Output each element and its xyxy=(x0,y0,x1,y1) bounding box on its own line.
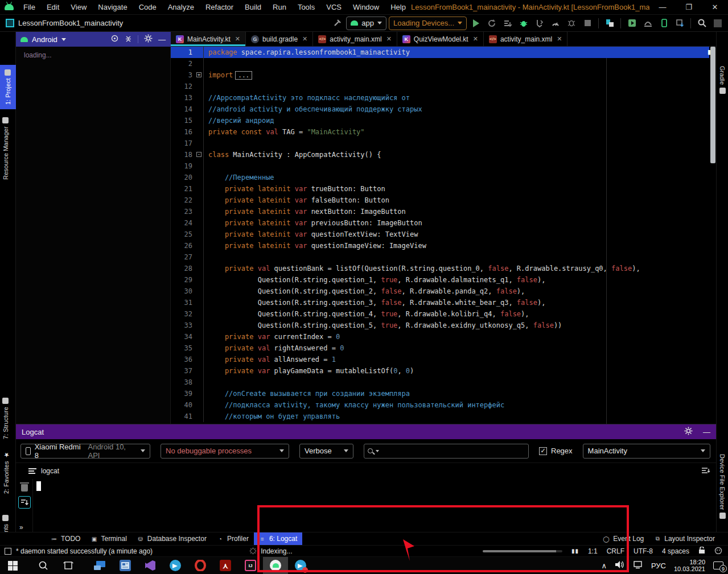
code-line-29[interactable]: 29 Question(R.string.question_1, true, R… xyxy=(171,274,709,286)
expand-fold-icon[interactable]: + xyxy=(196,72,201,77)
editor-scrollbar[interactable]: ▮▮ xyxy=(709,47,716,424)
rail-item-2-favorites[interactable]: 2: Favorites★ xyxy=(2,447,10,494)
visual-studio-icon[interactable] xyxy=(138,557,163,574)
rail-item-7-structure[interactable]: 7: Structure xyxy=(2,396,9,439)
pause-indexing-icon[interactable]: ▮▮ xyxy=(571,548,579,554)
tab-close-icon[interactable]: ✕ xyxy=(386,35,392,43)
menu-item-run[interactable]: Run xyxy=(268,1,291,13)
taskbar-clock[interactable]: 18:20 10.03.2021 xyxy=(674,559,705,572)
avd-manager-icon[interactable] xyxy=(641,17,655,30)
logcat-header[interactable]: Logcat — xyxy=(16,424,716,439)
code-line-1[interactable]: 1package space.rapira.lessonfrombook1_ma… xyxy=(171,47,709,58)
collapse-all-icon[interactable] xyxy=(125,35,132,44)
code-line-12[interactable]: 12 xyxy=(171,81,709,92)
code-line-34[interactable]: 34 private var currentIndex = 0 xyxy=(171,331,709,342)
editor-tab-build.gradle[interactable]: Gbuild.gradle✕ xyxy=(246,32,313,46)
close-button[interactable]: ✕ xyxy=(702,0,728,14)
rail-item-device-file-explorer[interactable]: Device File Explorer xyxy=(719,454,726,529)
lock-icon[interactable] xyxy=(698,547,705,556)
project-tree-panel[interactable]: loading... xyxy=(16,47,171,424)
logcat-tab-label[interactable]: logcat xyxy=(41,467,59,475)
editor-tab-QuizViewModel.kt[interactable]: KQuizViewModel.kt✕ xyxy=(397,32,484,46)
logcat-device-select[interactable]: Xiaomi Redmi 8 Android 10, API xyxy=(20,444,150,459)
menu-item-window[interactable]: Window xyxy=(348,1,384,13)
telegram-icon-2[interactable] xyxy=(288,557,313,574)
code-editor[interactable]: 1package space.rapira.lessonfrombook1_ma… xyxy=(171,47,709,424)
toolwindow-button-event-log[interactable]: ◯Event Log xyxy=(598,532,649,546)
toolwindow-button-database-inspector[interactable]: ⛁Database Inspector xyxy=(132,532,212,546)
code-line-30[interactable]: 30 Question(R.string.question_2, false, … xyxy=(171,286,709,297)
maximize-button[interactable]: ❐ xyxy=(676,0,702,14)
indent-setting[interactable]: 4 spaces xyxy=(662,547,689,555)
acrobat-icon[interactable]: ⋏ xyxy=(213,557,238,574)
device-select[interactable]: Loading Devices... xyxy=(389,16,467,30)
gradle-daemon-icon[interactable] xyxy=(714,547,722,556)
office-app-icon[interactable] xyxy=(113,557,138,574)
logcat-settings-gear-icon[interactable] xyxy=(684,427,693,437)
editor-tab-MainActivity.kt[interactable]: KMainActivity.kt✕ xyxy=(171,32,246,46)
tab-close-icon[interactable]: ✕ xyxy=(473,35,478,43)
tray-expand-icon[interactable]: ∧ xyxy=(601,561,607,570)
apply-code-changes-icon[interactable] xyxy=(533,17,546,30)
code-line-40[interactable]: 40 //подкласса avtivity, такому классу н… xyxy=(171,399,709,411)
code-line-23[interactable]: 23 private lateinit var nextButton: Imag… xyxy=(171,206,709,217)
toolwindow-button-6-logcat[interactable]: ≡6: Logcat xyxy=(254,532,302,546)
toolwindow-button-todo[interactable]: ≔TODO xyxy=(46,532,85,546)
menu-item-code[interactable]: Code xyxy=(134,1,162,13)
editor-scrollbar-thumb[interactable] xyxy=(710,47,715,163)
toolwindow-button-profiler[interactable]: ◔Profiler xyxy=(212,532,254,546)
tab-close-icon[interactable]: ✕ xyxy=(235,35,240,43)
code-line-33[interactable]: 33 Question(R.string.question_5, true, R… xyxy=(171,320,709,331)
regex-checkbox[interactable]: ✓ xyxy=(539,447,547,455)
code-line-22[interactable]: 22 private lateinit var falseButton: But… xyxy=(171,195,709,206)
code-line-13[interactable]: 13//AppcompatActivity это подкласс насле… xyxy=(171,92,709,104)
start-button[interactable] xyxy=(0,557,25,574)
more-chevrons[interactable]: » xyxy=(19,523,23,531)
code-line-32[interactable]: 32 Question(R.string.question_4, true, R… xyxy=(171,308,709,320)
code-line-18[interactable]: 18-class MainActivity : AppCompatActivit… xyxy=(171,149,709,160)
code-line-24[interactable]: 24 private lateinit var previousButton: … xyxy=(171,217,709,229)
caret-position[interactable]: 1:1 xyxy=(588,547,598,555)
tab-close-icon[interactable]: ✕ xyxy=(302,35,307,43)
opera-icon[interactable] xyxy=(188,557,213,574)
menu-item-tools[interactable]: Tools xyxy=(293,1,320,13)
collapse-fold-icon[interactable]: - xyxy=(196,152,201,157)
code-line-3[interactable]: 3+import... xyxy=(171,69,709,81)
search-everywhere-icon[interactable] xyxy=(695,17,709,30)
code-line-28[interactable]: 28 private val questionBank = listOf(Que… xyxy=(171,263,709,274)
rail-item-resource-manager[interactable]: Resource Manager xyxy=(2,113,9,180)
profiler-icon[interactable] xyxy=(549,17,562,30)
code-line-16[interactable]: 16private const val TAG = "MainActivity" xyxy=(171,126,709,138)
menu-item-edit[interactable]: Edit xyxy=(42,1,64,13)
project-view-selector[interactable]: Android xyxy=(32,35,57,44)
connect-device-icon[interactable] xyxy=(657,17,671,30)
clear-logcat-icon[interactable] xyxy=(21,484,28,492)
code-line-37[interactable]: 37 private var playGameData = mutableLis… xyxy=(171,365,709,377)
menu-item-navigate[interactable]: Navigate xyxy=(93,1,132,13)
minimize-button[interactable]: — xyxy=(649,0,676,14)
run-button[interactable] xyxy=(469,17,483,30)
intellij-idea-icon[interactable]: IJ xyxy=(238,557,263,574)
volume-icon[interactable] xyxy=(615,560,625,571)
scroll-to-end-icon[interactable] xyxy=(18,496,31,509)
debug-icon[interactable] xyxy=(517,17,530,30)
menu-item-analyze[interactable]: Analyze xyxy=(163,1,199,13)
android-studio-taskbar-icon[interactable] xyxy=(263,557,288,574)
language-indicator[interactable]: РУС xyxy=(651,561,666,570)
toolwindow-button-layout-inspector[interactable]: ⧉Layout Inspector xyxy=(649,532,720,546)
code-line-39[interactable]: 39 //onCreate вызывается при создании эк… xyxy=(171,388,709,399)
menu-item-file[interactable]: File xyxy=(18,1,40,13)
telegram-icon[interactable] xyxy=(163,557,188,574)
run-anything-icon[interactable] xyxy=(625,17,639,30)
menu-item-refactor[interactable]: Refactor xyxy=(200,1,238,13)
line-ending[interactable]: CRLF xyxy=(607,547,624,555)
rail-item-1-project[interactable]: 1: Project xyxy=(0,65,16,109)
code-line-17[interactable]: 17 xyxy=(171,138,709,149)
settings-gear-icon[interactable] xyxy=(144,34,153,44)
attach-debugger-icon[interactable] xyxy=(565,17,578,30)
code-line-21[interactable]: 21 private lateinit var trueButton: Butt… xyxy=(171,183,709,195)
logcat-filter-select[interactable]: MainActivity xyxy=(583,444,710,459)
menu-item-build[interactable]: Build xyxy=(240,1,266,13)
code-line-19[interactable]: 19 xyxy=(171,160,709,172)
logcat-level-select[interactable]: Verbose xyxy=(299,444,353,459)
